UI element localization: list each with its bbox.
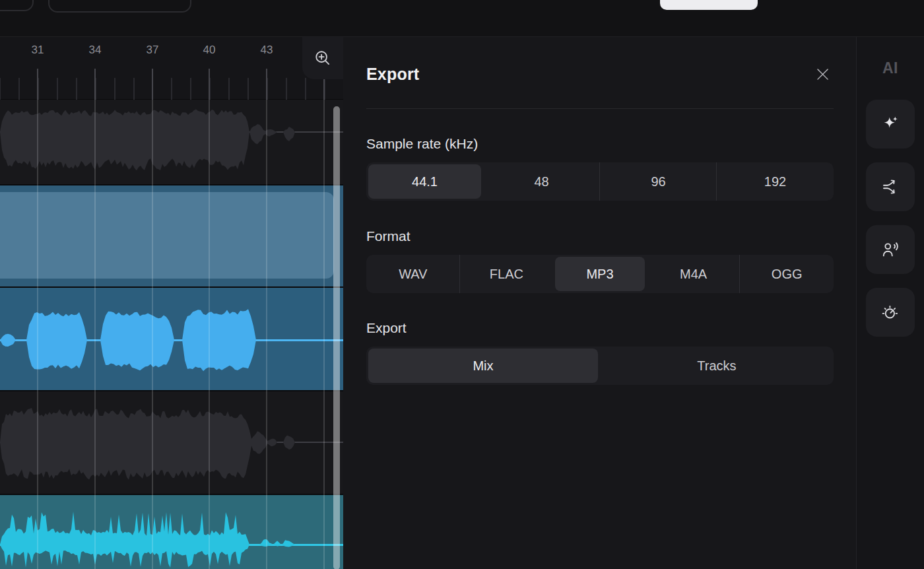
ruler-tick-minor [57, 78, 58, 100]
option-ogg[interactable]: OGG [740, 255, 834, 293]
ruler-tick-minor [305, 78, 306, 100]
option-wav[interactable]: WAV [366, 255, 460, 293]
waveform [0, 100, 343, 184]
ruler-tick-minor [228, 78, 230, 100]
section-label: Format [366, 228, 411, 244]
option-m4a[interactable]: M4A [647, 255, 741, 293]
option-44-1[interactable]: 44.1 [366, 162, 483, 201]
timeline-area: 3134374043 [0, 37, 343, 569]
close-button[interactable] [812, 64, 832, 84]
option-192[interactable]: 192 [717, 162, 834, 201]
segmented-control: MixTracks [366, 347, 834, 385]
export-panel: Export Sample rate (kHz)44.14896192Forma… [343, 37, 856, 569]
ruler-tick-label: 37 [139, 44, 166, 57]
ai-tool-button-tempo[interactable] [866, 288, 915, 337]
section-label: Sample rate (kHz) [366, 136, 478, 152]
ruler-tick-minor [0, 78, 1, 100]
tracks-container [0, 100, 343, 569]
option-label: 48 [534, 174, 548, 189]
option-label: Tracks [697, 358, 736, 374]
toolbar-button-partial-left[interactable] [0, 0, 34, 11]
selected-clip-body[interactable] [0, 192, 334, 279]
ai-tool-button-split-arrows[interactable] [866, 162, 915, 211]
ruler-tick-label: 34 [82, 44, 108, 57]
segmented-control: 44.14896192 [366, 162, 834, 201]
gridline [152, 100, 153, 569]
segment-divider [716, 162, 717, 201]
option-label: 44.1 [412, 174, 438, 189]
gridline [94, 100, 96, 569]
ruler-tick-minor [114, 78, 116, 100]
panel-title: Export [366, 65, 419, 84]
ruler-tick-minor [286, 78, 287, 100]
ruler-tick-major [37, 69, 38, 100]
main-area: 3134374043 Export Sample rate (kHz)44.14… [0, 36, 924, 569]
top-toolbar [0, 0, 924, 36]
ruler-tick-major [152, 69, 153, 100]
tempo-icon [880, 302, 900, 322]
track-3-waveform[interactable] [0, 286, 343, 390]
header-divider [366, 108, 834, 109]
ruler-tick-major [94, 69, 96, 100]
voice-icon [880, 240, 900, 259]
gridline [37, 100, 38, 569]
sparkle-icon [880, 114, 900, 134]
split-arrows-icon [880, 177, 900, 197]
option-tracks[interactable]: Tracks [600, 347, 834, 385]
ruler-tick-major [266, 69, 267, 100]
ruler-tick-minor [190, 78, 191, 100]
track-2-selected-clip[interactable] [0, 184, 343, 286]
vertical-scrollbar[interactable] [333, 106, 340, 569]
option-48[interactable]: 48 [483, 162, 600, 201]
waveform [0, 288, 343, 391]
ai-tool-button-sparkle[interactable] [866, 100, 915, 149]
option-label: OGG [772, 267, 803, 282]
option-label: FLAC [490, 267, 523, 282]
option-mp3[interactable]: MP3 [553, 255, 647, 293]
segment-divider [599, 162, 600, 201]
ai-sidebar: AI [856, 37, 924, 569]
track-5-waveform[interactable] [0, 494, 343, 569]
ruler-tick-label: 40 [196, 44, 222, 57]
option-label: 192 [764, 174, 786, 189]
gridline [266, 100, 267, 569]
ruler-tick-minor [18, 78, 20, 100]
option-label: M4A [680, 267, 707, 282]
option-label: 96 [651, 174, 665, 189]
ai-tool-button-voice[interactable] [866, 225, 915, 274]
option-label: WAV [399, 267, 427, 282]
toolbar-button-partial[interactable] [48, 0, 191, 13]
option-label: MP3 [586, 267, 613, 282]
track-1-waveform[interactable] [0, 100, 343, 184]
gridline [323, 100, 325, 569]
option-mix[interactable]: Mix [366, 347, 600, 385]
app-root: 3134374043 Export Sample rate (kHz)44.14… [0, 0, 924, 569]
ruler-tick-minor [171, 78, 172, 100]
option-label: Mix [473, 358, 493, 374]
option-flac[interactable]: FLAC [460, 255, 554, 293]
ruler-tick-major [209, 69, 210, 100]
ruler-tick-minor [133, 78, 135, 100]
ruler-tick-minor [248, 78, 249, 100]
primary-action-button[interactable] [660, 0, 758, 10]
ai-sidebar-label: AI [857, 59, 924, 77]
segment-divider [739, 255, 740, 293]
waveform [0, 495, 343, 569]
timeline-ruler[interactable]: 3134374043 [0, 37, 343, 100]
ruler-tick-label: 31 [24, 44, 51, 57]
option-96[interactable]: 96 [600, 162, 717, 201]
export-panel-header: Export [366, 63, 832, 84]
ruler-tick-minor [76, 78, 77, 100]
waveform [0, 391, 343, 495]
gridline [209, 100, 210, 569]
segmented-control: WAVFLACMP3M4AOGG [366, 255, 834, 293]
magnifier-plus-icon [313, 48, 333, 68]
segment-divider [459, 255, 460, 293]
track-4-waveform[interactable] [0, 390, 343, 494]
ruler-tick-label: 43 [253, 44, 280, 57]
section-label: Export [366, 320, 407, 336]
close-icon [814, 65, 831, 83]
zoom-in-button[interactable] [302, 37, 343, 79]
